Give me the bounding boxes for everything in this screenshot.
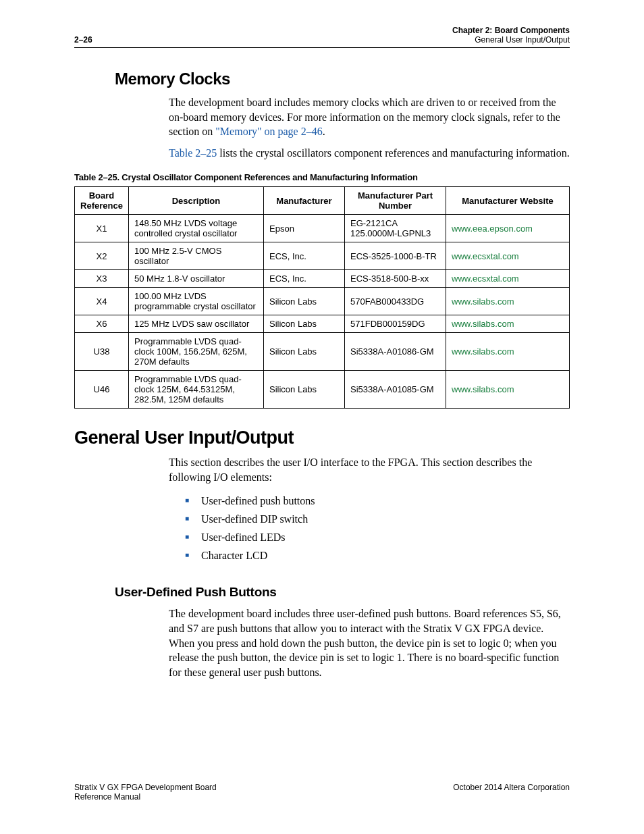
cell-mfr: Silicon Labs (264, 333, 345, 371)
header-chapter: Chapter 2: Board Components (452, 26, 570, 35)
text: . (323, 126, 325, 137)
th-manufacturer: Manufacturer (264, 187, 345, 215)
io-bullet-list: User-defined push buttonsUser-defined DI… (185, 492, 570, 565)
table-row: X2100 MHz 2.5-V CMOS oscillatorECS, Inc.… (75, 242, 570, 270)
table-row: U46Programmable LVDS quad-clock 125M, 64… (75, 371, 570, 409)
cell-part: ECS-3518-500-B-xx (345, 270, 446, 288)
manufacturer-link[interactable]: www.ecsxtal.com (452, 273, 519, 284)
cell-mfr: ECS, Inc. (264, 242, 345, 270)
cell-desc: 100.00 MHz LVDS programmable crystal osc… (129, 288, 264, 315)
text: lists the crystal oscillators component … (217, 147, 570, 159)
cell-part: 571FDB000159DG (345, 315, 446, 333)
heading-push-buttons: User-Defined Push Buttons (115, 585, 570, 600)
header-section: General User Input/Output (452, 35, 570, 45)
list-item: Character LCD (185, 546, 570, 565)
cell-part: Si5338A-A01086-GM (345, 333, 446, 371)
manufacturer-link[interactable]: www.silabs.com (452, 346, 514, 357)
table-row: X1148.50 MHz LVDS voltage controlled cry… (75, 215, 570, 242)
page-footer: Stratix V GX FPGA Development Board Refe… (74, 783, 570, 802)
cell-part: ECS-3525-1000-B-TR (345, 242, 446, 270)
list-item: User-defined push buttons (185, 492, 570, 510)
cell-web: www.silabs.com (446, 371, 570, 409)
cell-web: www.silabs.com (446, 288, 570, 315)
cell-web: www.ecsxtal.com (446, 270, 570, 288)
cell-web: www.silabs.com (446, 315, 570, 333)
cell-desc: Programmable LVDS quad-clock 100M, 156.2… (129, 333, 264, 371)
cell-ref: X4 (75, 288, 129, 315)
cell-part: 570FAB000433DG (345, 288, 446, 315)
cell-mfr: Silicon Labs (264, 315, 345, 333)
cell-mfr: Epson (264, 215, 345, 242)
general-io-intro: This section describes the user I/O inte… (169, 455, 570, 484)
cell-ref: X2 (75, 242, 129, 270)
page-header: 2–26 Chapter 2: Board Components General… (74, 26, 570, 48)
table-caption: Table 2–25. Crystal Oscillator Component… (74, 172, 570, 182)
cell-web: www.silabs.com (446, 333, 570, 371)
cell-ref: X6 (75, 315, 129, 333)
list-item: User-defined DIP switch (185, 510, 570, 528)
footer-date-corp: October 2014 Altera Corporation (453, 783, 570, 802)
cell-desc: 148.50 MHz LVDS voltage controlled cryst… (129, 215, 264, 242)
cell-ref: U46 (75, 371, 129, 409)
footer-doc-subtitle: Reference Manual (74, 792, 217, 802)
table-row: X350 MHz 1.8-V oscillatorECS, Inc.ECS-35… (75, 270, 570, 288)
cell-ref: X1 (75, 215, 129, 242)
th-website: Manufacturer Website (446, 187, 570, 215)
xref-memory[interactable]: "Memory" on page 2–46 (215, 126, 322, 137)
push-buttons-para: The development board includes three use… (169, 606, 570, 679)
th-board-reference: Board Reference (75, 187, 129, 215)
cell-part: Si5338A-A01085-GM (345, 371, 446, 409)
memory-clocks-para2: Table 2–25 lists the crystal oscillators… (169, 146, 570, 161)
cell-desc: 100 MHz 2.5-V CMOS oscillator (129, 242, 264, 270)
cell-web: www.eea.epson.com (446, 215, 570, 242)
manufacturer-link[interactable]: www.ecsxtal.com (452, 251, 519, 261)
cell-desc: 50 MHz 1.8-V oscillator (129, 270, 264, 288)
table-row: X6125 MHz LVDS saw oscillatorSilicon Lab… (75, 315, 570, 333)
th-part-number: Manufacturer Part Number (345, 187, 446, 215)
table-row: X4100.00 MHz LVDS programmable crystal o… (75, 288, 570, 315)
cell-web: www.ecsxtal.com (446, 242, 570, 270)
memory-clocks-para1: The development board includes memory cl… (169, 95, 570, 139)
cell-mfr: Silicon Labs (264, 288, 345, 315)
oscillator-table: Board Reference Description Manufacturer… (74, 186, 570, 409)
cell-part: EG-2121CA 125.0000M-LGPNL3 (345, 215, 446, 242)
heading-general-io: General User Input/Output (74, 427, 570, 448)
manufacturer-link[interactable]: www.eea.epson.com (452, 224, 533, 234)
cell-desc: Programmable LVDS quad-clock 125M, 644.5… (129, 371, 264, 409)
table-row: U38Programmable LVDS quad-clock 100M, 15… (75, 333, 570, 371)
list-item: User-defined LEDs (185, 528, 570, 546)
cell-desc: 125 MHz LVDS saw oscillator (129, 315, 264, 333)
th-description: Description (129, 187, 264, 215)
manufacturer-link[interactable]: www.silabs.com (452, 319, 514, 329)
page-number: 2–26 (74, 35, 92, 45)
footer-doc-title: Stratix V GX FPGA Development Board (74, 783, 217, 792)
manufacturer-link[interactable]: www.silabs.com (452, 384, 514, 394)
cell-ref: U38 (75, 333, 129, 371)
cell-mfr: Silicon Labs (264, 371, 345, 409)
heading-memory-clocks: Memory Clocks (115, 70, 570, 88)
cell-mfr: ECS, Inc. (264, 270, 345, 288)
cell-ref: X3 (75, 270, 129, 288)
xref-table-2-25[interactable]: Table 2–25 (169, 147, 217, 159)
manufacturer-link[interactable]: www.silabs.com (452, 296, 514, 307)
